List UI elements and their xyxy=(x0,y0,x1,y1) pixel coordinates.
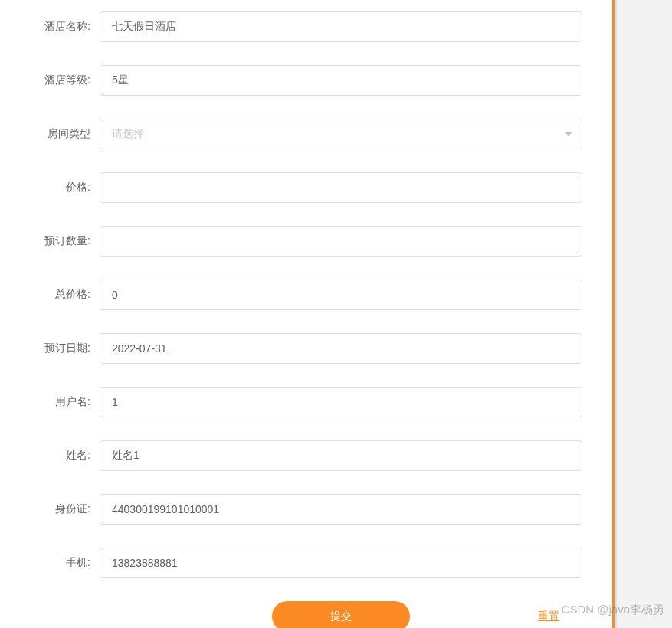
form-row-username: 用户名: xyxy=(31,387,582,417)
label-total-price: 总价格: xyxy=(31,288,100,302)
input-hotel-level[interactable] xyxy=(100,65,582,96)
hotel-booking-form: 酒店名称: 酒店等级: 房间类型 请选择 价格: 预订数量: 总价格: xyxy=(0,0,613,628)
form-row-book-date: 预订日期: xyxy=(31,333,582,364)
form-row-id-card: 身份证: xyxy=(31,494,582,525)
label-book-qty: 预订数量: xyxy=(31,234,100,248)
form-row-total-price: 总价格: xyxy=(31,280,582,310)
input-total-price[interactable] xyxy=(100,280,582,310)
reset-button[interactable]: 重置 xyxy=(538,610,559,623)
form-row-room-type: 房间类型 请选择 xyxy=(31,119,582,149)
label-hotel-level: 酒店等级: xyxy=(31,74,100,87)
form-row-name: 姓名: xyxy=(31,440,582,471)
input-price[interactable] xyxy=(100,172,582,203)
input-id-card[interactable] xyxy=(100,494,582,525)
form-row-price: 价格: xyxy=(31,172,582,203)
select-placeholder: 请选择 xyxy=(112,127,144,141)
label-price: 价格: xyxy=(31,181,100,195)
input-book-qty[interactable] xyxy=(100,226,582,257)
label-name: 姓名: xyxy=(31,449,100,463)
form-row-book-qty: 预订数量: xyxy=(31,226,582,257)
input-hotel-name[interactable] xyxy=(100,11,582,42)
input-book-date[interactable] xyxy=(100,333,582,364)
form-row-hotel-name: 酒店名称: xyxy=(31,11,582,42)
watermark-text: CSDN @java李杨勇 xyxy=(562,603,664,617)
form-row-hotel-level: 酒店等级: xyxy=(31,65,582,96)
submit-button[interactable]: 提交 xyxy=(272,601,410,628)
label-book-date: 预订日期: xyxy=(31,342,100,355)
form-actions: 提交 重置 xyxy=(31,601,582,628)
chevron-down-icon xyxy=(565,132,572,136)
label-room-type: 房间类型 xyxy=(31,127,100,141)
select-room-type[interactable]: 请选择 xyxy=(100,119,582,149)
label-username: 用户名: xyxy=(31,395,100,409)
right-panel xyxy=(617,0,672,628)
label-phone: 手机: xyxy=(31,556,100,570)
label-id-card: 身份证: xyxy=(31,502,100,516)
form-row-phone: 手机: xyxy=(31,548,582,578)
input-phone[interactable] xyxy=(100,548,582,578)
label-hotel-name: 酒店名称: xyxy=(31,20,100,34)
input-username[interactable] xyxy=(100,387,582,417)
input-name[interactable] xyxy=(100,440,582,471)
